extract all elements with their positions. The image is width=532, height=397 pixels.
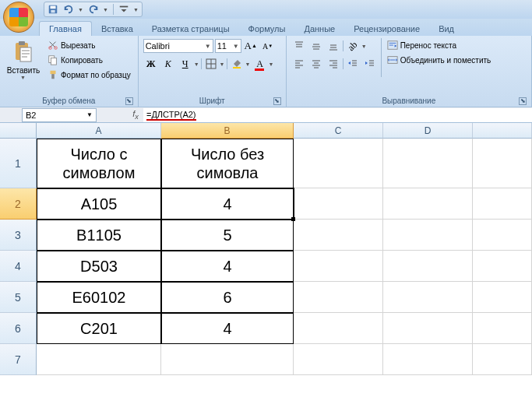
cell-D7[interactable] [383,344,473,375]
font-size-select[interactable]: 11▼ [215,39,241,53]
merge-button[interactable]: Объединить и поместить [385,53,494,67]
cell-B3[interactable]: 5 [161,220,294,251]
tab-6[interactable]: Вид [429,22,463,36]
grow-font-button[interactable]: A▲ [243,38,259,54]
row-header-2[interactable]: 2 [0,188,37,220]
cut-button[interactable]: Вырезать [45,38,133,52]
increase-indent-button[interactable] [362,56,378,72]
fx-icon[interactable]: fx [128,109,143,121]
cell-C7[interactable] [294,344,383,375]
undo-dropdown[interactable]: ▼ [78,7,83,12]
cell-D1[interactable] [383,139,473,188]
row-header-4[interactable]: 4 [0,251,37,282]
orientation-dropdown[interactable]: ▼ [361,44,367,49]
font-name-select[interactable]: Calibri▼ [143,39,213,53]
tab-1[interactable]: Вставка [92,22,143,36]
cell-5[interactable] [473,282,532,313]
cell-2[interactable] [473,188,532,220]
cell-B6[interactable]: 4 [161,313,294,344]
cell-7[interactable] [473,344,532,375]
cell-C1[interactable] [294,139,383,188]
group-alignment-label: Выравнивание [382,97,435,105]
cell-C6[interactable] [294,313,383,344]
align-top-button[interactable] [291,38,307,54]
column-header-B[interactable]: B [161,123,294,139]
cell-D4[interactable] [383,251,473,282]
redo-dropdown[interactable]: ▼ [103,7,108,12]
border-dropdown[interactable]: ▼ [220,61,225,67]
cell-A5[interactable]: E60102 [37,282,161,313]
font-expand[interactable]: ⬊ [273,97,281,105]
cell-A3[interactable]: B1105 [37,220,161,251]
column-header-A[interactable]: A [37,123,161,139]
column-header-D[interactable]: D [383,123,473,139]
row-header-6[interactable]: 6 [0,313,37,344]
shrink-font-button[interactable]: A▼ [260,38,276,54]
select-all-corner[interactable] [0,123,37,139]
cell-C5[interactable] [294,282,383,313]
row-header-3[interactable]: 3 [0,220,37,251]
wrap-text-button[interactable]: Перенос текста [385,38,494,52]
cell-A1[interactable]: Число ссимовлом [37,139,161,188]
cell-C2[interactable] [294,188,383,220]
cell-D2[interactable] [383,188,473,220]
font-color-dropdown[interactable]: ▼ [268,61,273,67]
cell-B4[interactable]: 4 [161,251,294,282]
qat-customize-icon[interactable] [118,4,129,15]
name-box[interactable]: B2▼ [22,108,97,122]
tab-5[interactable]: Рецензирование [344,22,429,36]
underline-button[interactable]: Ч [178,56,193,72]
tab-0[interactable]: Главная [39,21,92,36]
border-button[interactable] [203,56,219,72]
cell-A4[interactable]: D503 [37,251,161,282]
undo-icon[interactable] [63,4,74,15]
cell-D6[interactable] [383,313,473,344]
cell-C4[interactable] [294,251,383,282]
align-bottom-button[interactable] [326,38,341,54]
tab-4[interactable]: Данные [294,22,344,36]
save-icon[interactable] [48,4,58,15]
fill-dropdown[interactable]: ▼ [245,61,251,67]
orientation-button[interactable]: ab [345,38,361,54]
paste-button[interactable]: Вставить ▼ [5,38,42,82]
tab-3[interactable]: Формулы [239,22,295,36]
cell-D5[interactable] [383,282,473,313]
row-header-1[interactable]: 1 [0,139,37,188]
tab-2[interactable]: Разметка страницы [143,22,239,36]
office-button[interactable] [3,2,34,33]
copy-button[interactable]: Копировать [45,53,133,67]
bold-button[interactable]: Ж [143,56,159,72]
row-header-5[interactable]: 5 [0,282,37,313]
align-right-button[interactable] [326,56,341,72]
row-header-7[interactable]: 7 [0,344,37,375]
align-middle-button[interactable] [308,38,324,54]
fill-color-button[interactable] [229,56,245,72]
column-header-C[interactable]: C [294,123,383,139]
column-header-end[interactable] [473,123,532,139]
format-painter-button[interactable]: Формат по образцу [45,68,133,82]
cell-B7[interactable] [161,344,294,375]
cell-B1[interactable]: Число безсимовла [161,139,294,188]
cell-C3[interactable] [294,220,383,251]
cell-D3[interactable] [383,220,473,251]
cell-4[interactable] [473,251,532,282]
alignment-expand[interactable]: ⬊ [519,97,527,105]
cell-6[interactable] [473,313,532,344]
cell-A6[interactable]: C201 [37,313,161,344]
italic-button[interactable]: К [160,56,176,72]
font-color-button[interactable]: A [252,56,267,72]
cell-1[interactable] [473,139,532,188]
qat-customize-dropdown[interactable]: ▼ [133,7,139,12]
cell-A2[interactable]: A105 [37,188,161,220]
cell-B5[interactable]: 6 [161,282,294,313]
formula-input[interactable]: =ДЛСТР(A2) [143,108,532,122]
cell-B2[interactable]: 4 [161,188,294,220]
clipboard-expand[interactable]: ⬊ [125,97,133,105]
decrease-indent-button[interactable] [345,56,361,72]
align-left-button[interactable] [291,56,307,72]
underline-dropdown[interactable]: ▼ [194,61,199,67]
align-center-button[interactable] [308,56,324,72]
cell-A7[interactable] [37,344,161,375]
redo-icon[interactable] [88,4,99,15]
cell-3[interactable] [473,220,532,251]
